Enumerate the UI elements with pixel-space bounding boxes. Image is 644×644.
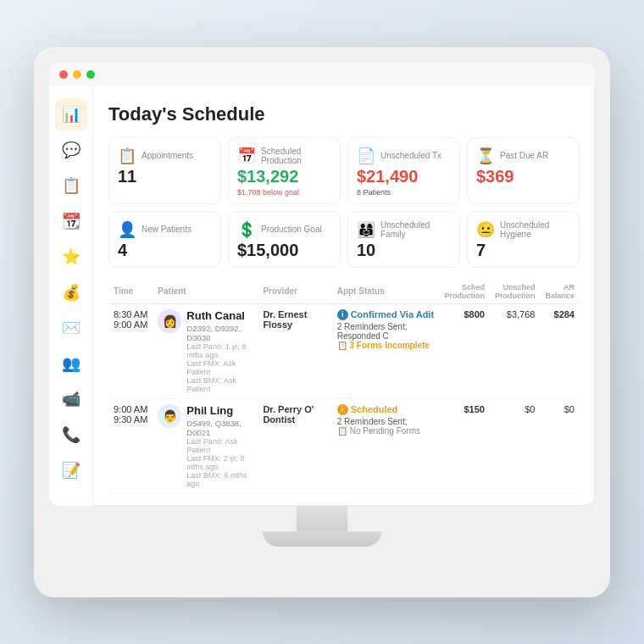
favorites-icon: ⭐: [62, 247, 80, 266]
row2-ar-balance: $0: [540, 398, 580, 493]
col-appt-status: Appt Status: [332, 280, 440, 304]
row1-patient-codes: D2392, D9292, D3030: [186, 324, 253, 342]
traffic-light-green[interactable]: [86, 70, 95, 79]
stat-production-goal: 💲 Production Goal $15,000: [228, 211, 341, 268]
row2-unsched-prod: $0: [490, 398, 541, 493]
stat-past-due-ar: ⏳ Past Due AR $369: [467, 137, 580, 204]
schedule-table: Time Patient Provider Appt Status SchedP…: [108, 280, 580, 494]
table-row: 8:30 AM 9:00 AM 👩 Ruth Canal: [108, 303, 580, 398]
stat-scheduled-production: 📅 Scheduled Production $13,292 $1,708 be…: [228, 137, 341, 204]
sidebar-item-dashboard[interactable]: 📊: [55, 98, 87, 130]
sidebar-item-contacts[interactable]: 👥: [55, 347, 87, 380]
row1-status-detail: 2 Reminders Sent; Responded C: [337, 322, 435, 341]
new-patients-value: 4: [118, 241, 212, 260]
row1-patient-detail1: Last Pano: 1 yr, 8 mths ago: [186, 342, 253, 359]
new-patients-label: New Patients: [142, 225, 192, 234]
unscheduled-tx-label: Unscheduled Tx: [380, 151, 441, 160]
scheduled-production-sub: $1,708 below goal: [237, 188, 331, 197]
dashboard-icon: 📊: [62, 105, 80, 124]
row2-patient-detail2: Last FMX: 2 yr, 8 mths ago: [186, 454, 253, 471]
appointments-label: Appointments: [142, 151, 193, 160]
phone-icon: 📞: [62, 425, 80, 444]
appointments-icon: 📋: [118, 147, 136, 165]
reports-icon: 📝: [62, 461, 80, 480]
row2-patient-detail3: Last BMX: 6 mths ago: [186, 471, 253, 488]
traffic-light-red[interactable]: [59, 70, 68, 79]
stat-unscheduled-hygiene: 😐 Unscheduled Hygiene 7: [467, 211, 580, 268]
row1-status-text: Confirmed Via Adit: [351, 309, 434, 319]
table-row: 9:00 AM 9:30 AM 👨 Phil Ling: [108, 398, 580, 493]
col-patient: Patient: [153, 280, 258, 304]
stat-new-patients: 👤 New Patients 4: [108, 211, 221, 268]
row2-patient-codes: D5499, Q3838, D0021: [186, 419, 253, 437]
sidebar-item-patients[interactable]: 📋: [55, 169, 87, 202]
stats-row-2: 👤 New Patients 4 💲 Production Goal $15,0…: [108, 211, 580, 268]
sidebar-item-reports[interactable]: 📝: [55, 454, 87, 486]
row2-patient-detail1: Last Pano: Ask Patient: [186, 437, 253, 454]
sidebar-item-finance[interactable]: 💰: [55, 276, 87, 308]
email-icon: ✉️: [62, 319, 80, 337]
row1-unsched-prod: $3,768: [490, 303, 541, 398]
row2-appt-status: i Scheduled 2 Reminders Sent; 📋 No Pendi…: [332, 398, 440, 493]
unscheduled-family-icon: 👨‍👩‍👧: [357, 220, 375, 239]
row1-patient-detail2: Last FMX: Ask Patient: [186, 359, 253, 376]
row1-avatar: 👩: [158, 309, 181, 333]
row2-forms-icon: 📋: [337, 426, 347, 436]
row1-patient: 👩 Ruth Canal D2392, D9292, D3030 Last Pa…: [153, 303, 258, 398]
page-title: Today's Schedule: [108, 103, 580, 125]
unscheduled-hygiene-label: Unscheduled Hygiene: [500, 220, 570, 239]
past-due-ar-icon: ⏳: [476, 147, 495, 165]
sidebar-item-video[interactable]: 📹: [55, 383, 87, 415]
sidebar-item-favorites[interactable]: ⭐: [55, 241, 87, 273]
sidebar: 📊 💬 📋 📆 ⭐ 💰 ✉️: [49, 63, 93, 506]
row1-avatar-icon: 👩: [163, 314, 177, 328]
unscheduled-tx-sub: 8 Patients: [357, 188, 451, 197]
col-time: Time: [108, 280, 153, 304]
stat-appointments: 📋 Appointments 11: [108, 137, 221, 204]
past-due-ar-label: Past Due AR: [500, 151, 548, 160]
unscheduled-tx-value: $21,490: [357, 167, 451, 186]
sidebar-item-messages[interactable]: 💬: [55, 134, 87, 166]
sidebar-item-email[interactable]: ✉️: [55, 312, 87, 344]
stat-unscheduled-family: 👨‍👩‍👧 Unscheduled Family 10: [347, 211, 460, 268]
schedule-icon: 📆: [62, 212, 80, 230]
row2-avatar: 👨: [158, 404, 181, 428]
unscheduled-hygiene-icon: 😐: [476, 220, 495, 239]
unscheduled-tx-icon: 📄: [357, 147, 375, 165]
unscheduled-family-value: 10: [357, 241, 451, 260]
row2-patient: 👨 Phil Ling D5499, Q3838, D0021 Last Pan…: [153, 398, 258, 493]
row2-forms-status: 📋 No Pending Forms: [337, 426, 435, 436]
row1-ar-balance: $284: [540, 303, 580, 398]
sidebar-item-schedule[interactable]: 📆: [55, 205, 87, 237]
row1-status-icon: i: [337, 309, 348, 320]
row1-provider: Dr. Ernest Flossy: [258, 303, 331, 398]
row2-avatar-icon: 👨: [163, 409, 177, 423]
stats-row-1: 📋 Appointments 11 📅 Scheduled Production…: [108, 137, 580, 204]
row2-provider: Dr. Perry O' Dontist: [258, 398, 331, 493]
unscheduled-family-label: Unscheduled Family: [380, 220, 451, 239]
monitor-base: [263, 531, 381, 547]
row1-forms-icon: 📋: [337, 341, 350, 350]
col-unsched-prod: UnschedProduction: [490, 280, 541, 304]
production-goal-icon: 💲: [237, 220, 256, 239]
row2-patient-name: Phil Ling: [186, 404, 253, 417]
unscheduled-hygiene-value: 7: [476, 241, 570, 260]
row2-status-text: Scheduled: [351, 404, 398, 414]
sidebar-item-phone[interactable]: 📞: [55, 419, 87, 451]
new-patients-icon: 👤: [118, 220, 136, 239]
row1-time: 8:30 AM 9:00 AM: [108, 303, 153, 398]
scheduled-production-icon: 📅: [237, 147, 256, 165]
appointments-value: 11: [118, 167, 212, 186]
row1-patient-name: Ruth Canal: [186, 309, 253, 322]
scheduled-production-value: $13,292: [237, 167, 331, 186]
row1-appt-status: i Confirmed Via Adit 2 Reminders Sent; R…: [332, 303, 440, 398]
monitor-neck: [297, 506, 347, 531]
traffic-light-yellow[interactable]: [73, 70, 81, 79]
row2-status-detail: 2 Reminders Sent;: [337, 417, 435, 426]
patients-icon: 📋: [62, 176, 80, 195]
monitor-stand: [49, 506, 595, 547]
scheduled-production-label: Scheduled Production: [261, 147, 331, 165]
production-goal-label: Production Goal: [261, 225, 322, 234]
col-provider: Provider: [258, 280, 331, 304]
past-due-ar-value: $369: [476, 167, 570, 186]
